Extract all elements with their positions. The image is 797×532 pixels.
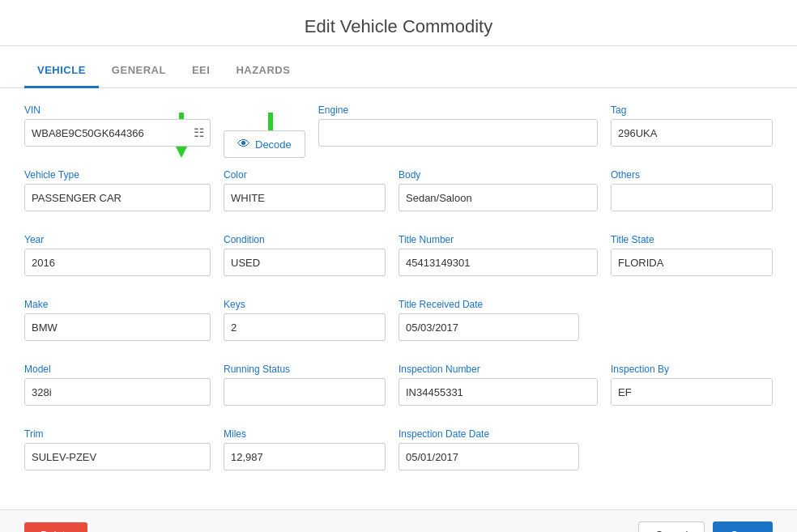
page-header: Edit Vehicle Commodity [0, 0, 797, 46]
inspby-input[interactable] [611, 378, 773, 406]
keys-label: Keys [224, 299, 386, 310]
inspnum-field: Inspection Number [398, 364, 598, 406]
trim-field: Trim [24, 428, 211, 470]
others-label: Others [611, 169, 773, 181]
tag-field: Tag [611, 104, 773, 147]
tab-bar: VEHICLE GENERAL EEI HAZARDS [0, 54, 797, 88]
empty-col-2 [592, 428, 773, 482]
titlestate-label: Title State [611, 234, 773, 245]
vin-field: VIN ☷ [24, 104, 211, 147]
runningstatus-field: Running Status [224, 364, 386, 406]
inspdate-field: Inspection Date Date [398, 428, 579, 470]
vin-label: VIN [24, 104, 211, 116]
titlestate-input[interactable] [611, 249, 773, 276]
row-model: Model Running Status Inspection Number I… [24, 364, 773, 417]
delete-button[interactable]: Delete [24, 522, 87, 532]
others-field: Others [611, 169, 773, 211]
others-input[interactable] [611, 184, 773, 211]
tag-input[interactable] [611, 119, 773, 147]
make-label: Make [24, 299, 211, 310]
titlerecv-field: Title Received Date [398, 299, 579, 341]
vin-input[interactable] [24, 119, 211, 147]
vin-barcode-icon[interactable]: ☷ [194, 126, 204, 140]
page-title: Edit Vehicle Commodity [0, 16, 797, 37]
inspby-field: Inspection By [611, 364, 773, 406]
keys-input[interactable] [224, 313, 386, 341]
condition-input[interactable] [224, 249, 386, 276]
tab-eei[interactable]: EEI [179, 54, 223, 88]
color-field: Color [224, 169, 386, 211]
decode-label: Decode [255, 138, 292, 151]
vin-input-wrapper: ☷ [24, 119, 211, 147]
make-input[interactable] [24, 313, 211, 341]
body-field: Body [398, 169, 598, 211]
miles-label: Miles [224, 428, 386, 440]
save-button[interactable]: Save [713, 521, 773, 532]
trim-label: Trim [24, 428, 211, 440]
condition-field: Condition [224, 234, 386, 276]
empty-col-1 [592, 299, 773, 352]
row-vehicletype: Vehicle Type Color Body Others [24, 169, 773, 223]
titlenum-field: Title Number [398, 234, 598, 276]
inspnum-input[interactable] [398, 378, 598, 406]
tag-label: Tag [611, 104, 773, 116]
body-input[interactable] [398, 184, 598, 211]
color-input[interactable] [224, 184, 386, 211]
engine-label: Engine [318, 104, 598, 116]
decode-button-wrapper: 👁 Decode [224, 130, 305, 158]
vin-row: ☷ [24, 119, 211, 147]
condition-label: Condition [224, 234, 386, 245]
model-input[interactable] [24, 378, 211, 406]
footer-right: Cancel Save [638, 521, 773, 532]
model-label: Model [24, 364, 211, 375]
titlenum-label: Title Number [398, 234, 598, 245]
runningstatus-label: Running Status [224, 364, 386, 375]
engine-field: Engine [318, 104, 598, 147]
row-make: Make Keys Title Received Date [24, 299, 773, 352]
vehicletype-input[interactable] [24, 184, 211, 211]
year-label: Year [24, 234, 211, 245]
vehicletype-label: Vehicle Type [24, 169, 211, 181]
inspnum-label: Inspection Number [398, 364, 598, 375]
tab-vehicle[interactable]: VEHICLE [24, 54, 99, 88]
inspby-label: Inspection By [611, 364, 773, 375]
model-field: Model [24, 364, 211, 406]
year-input[interactable] [24, 249, 211, 276]
titlenum-input[interactable] [398, 249, 598, 276]
page-wrapper: Edit Vehicle Commodity VEHICLE GENERAL E… [0, 0, 797, 532]
titlerecv-label: Title Received Date [398, 299, 579, 310]
trim-input[interactable] [24, 443, 211, 470]
cancel-button[interactable]: Cancel [638, 521, 705, 532]
row-vin: VIN ☷ 👁 Decode Engine Tag [24, 104, 773, 158]
form-content: VIN ☷ 👁 Decode Engine Tag [0, 88, 797, 509]
body-label: Body [398, 169, 598, 181]
year-field: Year [24, 234, 211, 276]
tab-hazards[interactable]: HAZARDS [223, 54, 303, 88]
titlestate-field: Title State [611, 234, 773, 276]
decode-icon: 👁 [237, 137, 250, 151]
runningstatus-input[interactable] [224, 378, 386, 406]
keys-field: Keys [224, 299, 386, 341]
footer: Delete Cancel Save [0, 509, 797, 532]
tab-general[interactable]: GENERAL [99, 54, 179, 88]
inspdate-label: Inspection Date Date [398, 428, 579, 440]
miles-input[interactable] [224, 443, 386, 470]
row-year: Year Condition Title Number Title State [24, 234, 773, 287]
decode-button[interactable]: 👁 Decode [224, 130, 305, 158]
inspdate-input[interactable] [398, 443, 579, 470]
row-trim: Trim Miles Inspection Date Date [24, 428, 773, 482]
titlerecv-input[interactable] [398, 313, 579, 341]
vehicletype-field: Vehicle Type [24, 169, 211, 211]
color-label: Color [224, 169, 386, 181]
engine-input[interactable] [318, 119, 598, 147]
make-field: Make [24, 299, 211, 341]
miles-field: Miles [224, 428, 386, 470]
